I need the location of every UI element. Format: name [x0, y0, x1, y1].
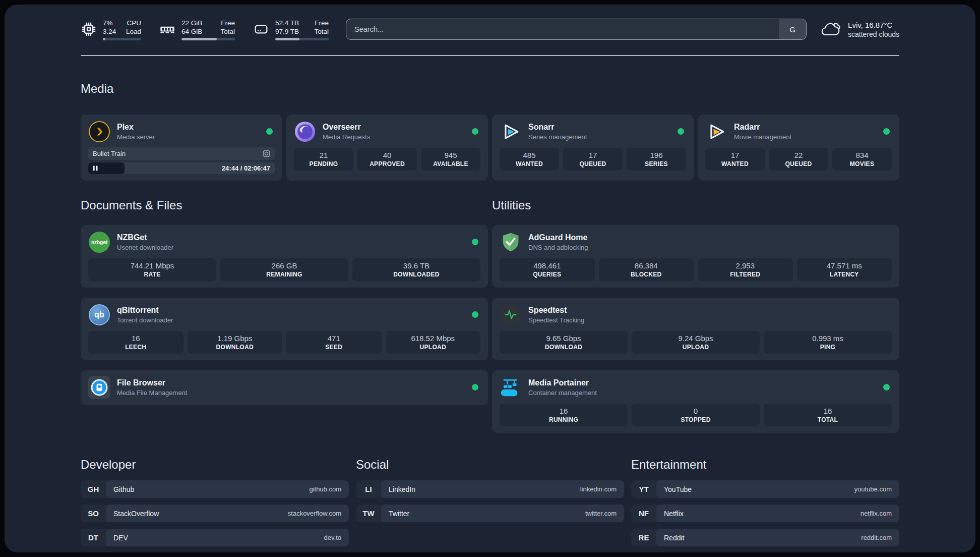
- stat-value: 266 GB: [272, 261, 297, 270]
- bookmark-name: StackOverflow: [113, 510, 159, 518]
- status-dot: [883, 128, 890, 135]
- stat-label: QUERIES: [533, 271, 561, 278]
- stat-value: 16: [824, 407, 832, 415]
- stat-tile: 39.6 TBDOWNLOADED: [352, 258, 480, 281]
- memory-total-value: 64 GiB: [181, 27, 202, 36]
- memory-progress-fill: [181, 38, 217, 40]
- header-divider: [81, 55, 899, 56]
- stat-label: PENDING: [310, 160, 338, 168]
- stat-value: 16: [560, 407, 568, 415]
- bookmark-name: Github: [113, 485, 134, 493]
- sonarr-icon: [500, 121, 522, 143]
- app-card-filebrowser[interactable]: File Browser Media File Management: [81, 370, 488, 405]
- stat-label: STOPPED: [681, 416, 710, 423]
- stat-tile: 0STOPPED: [632, 404, 760, 426]
- disk-free-label: Free: [315, 19, 329, 27]
- cloud-icon: [820, 20, 841, 38]
- cpu-stat-widget: 7%CPU 3.24Load: [81, 19, 141, 40]
- plex-icon: [88, 121, 110, 143]
- app-card-overseerr[interactable]: Overseerr Media Requests 21PENDING 40APP…: [286, 115, 488, 181]
- stat-tile: 744.21 MbpsRATE: [88, 258, 216, 281]
- section-title-social: Social: [356, 457, 624, 472]
- app-title: File Browser: [117, 378, 187, 388]
- stat-value: 17: [731, 151, 740, 159]
- speedtest-icon: [500, 304, 522, 326]
- bookmark-netflix[interactable]: NF Netflixnetflix.com: [631, 505, 899, 522]
- status-dot: [266, 128, 273, 135]
- app-card-plex[interactable]: Plex Media server Bullet Train: [81, 115, 282, 181]
- pause-icon: [93, 165, 98, 171]
- now-playing-title: Bullet Train: [93, 150, 126, 157]
- weather-condition: scattered clouds: [848, 30, 899, 39]
- bookmark-url: dev.to: [324, 534, 341, 541]
- bookmark-twitter[interactable]: TW Twittertwitter.com: [356, 505, 624, 522]
- app-title: NZBGet: [117, 233, 173, 243]
- bookmark-reddit[interactable]: RE Redditreddit.com: [631, 529, 899, 546]
- search-input[interactable]: [346, 19, 779, 39]
- memory-total-label: Total: [220, 27, 235, 36]
- app-subtitle: Torrent downloader: [117, 316, 173, 324]
- app-subtitle: Series management: [528, 133, 587, 141]
- bookmark-url: github.com: [309, 485, 341, 493]
- bookmark-name: Reddit: [664, 534, 684, 542]
- stat-label: UPLOAD: [683, 344, 709, 351]
- qbittorrent-icon: qb: [88, 304, 110, 326]
- disk-progress-fill: [275, 38, 299, 40]
- app-card-radarr[interactable]: Radarr Movie management 17WANTED 22QUEUE…: [698, 115, 899, 181]
- app-title: Radarr: [734, 122, 791, 132]
- bookmark-github[interactable]: GH Githubgithub.com: [81, 480, 349, 498]
- playback-progress-fill: [88, 162, 125, 174]
- stat-tile: 16RUNNING: [500, 404, 628, 426]
- search-engine-button[interactable]: G: [779, 19, 806, 39]
- bookmark-linkedin[interactable]: LI LinkedInlinkedin.com: [356, 480, 624, 498]
- stat-label: TOTAL: [818, 416, 838, 423]
- app-card-sonarr[interactable]: Sonarr Series management 485WANTED 17QUE…: [492, 115, 694, 181]
- bookmark-name: DEV: [113, 534, 128, 542]
- stat-value: 86,384: [635, 261, 658, 270]
- stat-label: FILTERED: [730, 271, 760, 278]
- section-title-utilities: Utilities: [492, 198, 899, 213]
- stat-value: 39.6 TB: [403, 261, 430, 270]
- stat-label: WANTED: [516, 160, 543, 168]
- radarr-icon: [705, 121, 727, 143]
- stat-value: 0: [694, 407, 698, 415]
- status-dot: [472, 128, 478, 135]
- stat-tile: 498,461QUERIES: [500, 258, 595, 281]
- stat-value: 17: [589, 151, 597, 159]
- disk-free-value: 52.4 TB: [275, 19, 299, 27]
- plex-now-playing: Bullet Train 24:44 / 02:06:47: [88, 147, 275, 174]
- stat-value: 40: [383, 151, 392, 159]
- stat-label: RATE: [144, 271, 161, 278]
- bookmark-abbr: SO: [81, 505, 106, 522]
- memory-free-value: 22 GiB: [181, 19, 202, 27]
- cpu-label: CPU: [127, 19, 141, 27]
- stat-label: QUEUED: [785, 160, 812, 168]
- utilities-column: Utilities: [492, 198, 899, 433]
- bookmark-youtube[interactable]: YT YouTubeyoutube.com: [631, 480, 899, 498]
- app-card-speedtest[interactable]: Speedtest Speedtest Tracking 9.65 GbpsDO…: [492, 298, 899, 360]
- stat-label: PING: [820, 344, 836, 351]
- section-title-media: Media: [81, 81, 899, 96]
- cpu-load-value: 3.24: [103, 27, 116, 36]
- stat-tile: 22QUEUED: [769, 148, 828, 171]
- stat-tile: 9.24 GbpsUPLOAD: [632, 331, 760, 354]
- disk-total-label: Total: [314, 27, 329, 36]
- app-card-nzbget[interactable]: nzbget NZBGet Usenet downloader 744.21 M…: [81, 225, 488, 288]
- memory-free-label: Free: [221, 19, 235, 27]
- session-icon: [263, 150, 270, 157]
- stat-label: WANTED: [721, 160, 749, 168]
- stat-value: 196: [650, 151, 662, 159]
- stat-label: LATENCY: [830, 271, 859, 278]
- bookmark-dev[interactable]: DT DEVdev.to: [81, 529, 349, 546]
- stat-value: 471: [328, 334, 340, 343]
- app-title: Speedtest: [528, 305, 584, 315]
- stat-label: APPROVED: [370, 160, 405, 168]
- cpu-usage-value: 7%: [103, 19, 113, 27]
- dashboard-page: 7%CPU 3.24Load 22 GiBF: [5, 5, 975, 552]
- app-card-portainer[interactable]: Media Portainer Container management 16R…: [492, 370, 899, 433]
- disk-stat-widget: 52.4 TBFree 97.9 TBTotal: [253, 19, 329, 40]
- playback-progress-bar: 24:44 / 02:06:47: [88, 162, 275, 174]
- app-card-adguard[interactable]: AdGuard Home DNS and adblocking 498,461Q…: [492, 225, 899, 288]
- app-card-qbittorrent[interactable]: qb qBittorrent Torrent downloader 16LEEC…: [81, 298, 488, 360]
- bookmark-stackoverflow[interactable]: SO StackOverflowstackoverflow.com: [81, 505, 349, 522]
